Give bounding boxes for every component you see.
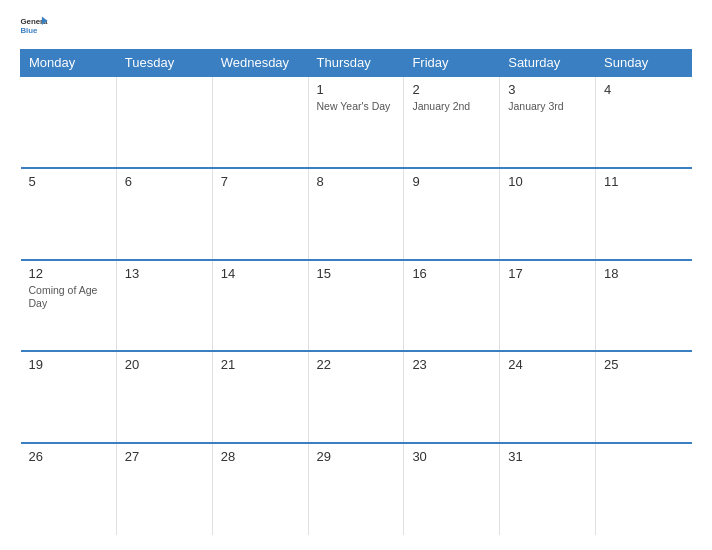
day-number: 22 (317, 357, 396, 372)
day-number: 3 (508, 82, 587, 97)
calendar-cell (212, 76, 308, 168)
day-number: 11 (604, 174, 683, 189)
calendar-cell: 12Coming of Age Day (21, 260, 117, 352)
calendar-cell: 20 (116, 351, 212, 443)
calendar-cell: 1New Year's Day (308, 76, 404, 168)
calendar-week-row: 567891011 (21, 168, 692, 260)
weekday-header: Tuesday (116, 50, 212, 77)
day-number: 12 (29, 266, 108, 281)
day-number: 16 (412, 266, 491, 281)
calendar-cell (21, 76, 117, 168)
weekday-header: Monday (21, 50, 117, 77)
day-number: 7 (221, 174, 300, 189)
calendar-cell: 29 (308, 443, 404, 535)
day-number: 20 (125, 357, 204, 372)
day-number: 8 (317, 174, 396, 189)
calendar-cell: 21 (212, 351, 308, 443)
day-number: 5 (29, 174, 108, 189)
calendar-cell: 5 (21, 168, 117, 260)
calendar-cell: 25 (596, 351, 692, 443)
calendar-cell: 8 (308, 168, 404, 260)
calendar-week-row: 262728293031 (21, 443, 692, 535)
calendar-cell: 11 (596, 168, 692, 260)
calendar-cell: 4 (596, 76, 692, 168)
day-number: 13 (125, 266, 204, 281)
calendar-cell: 27 (116, 443, 212, 535)
weekday-header: Saturday (500, 50, 596, 77)
calendar-cell: 18 (596, 260, 692, 352)
svg-text:Blue: Blue (20, 26, 38, 35)
calendar-cell: 9 (404, 168, 500, 260)
holiday-name: January 2nd (412, 100, 491, 114)
calendar-cell: 31 (500, 443, 596, 535)
calendar-cell: 13 (116, 260, 212, 352)
logo-text: General Blue (20, 15, 48, 39)
calendar-cell: 17 (500, 260, 596, 352)
calendar-cell: 3January 3rd (500, 76, 596, 168)
calendar-cell: 19 (21, 351, 117, 443)
calendar-cell: 6 (116, 168, 212, 260)
holiday-name: January 3rd (508, 100, 587, 114)
calendar-cell: 28 (212, 443, 308, 535)
calendar-cell (116, 76, 212, 168)
weekday-header: Friday (404, 50, 500, 77)
calendar-cell: 30 (404, 443, 500, 535)
calendar-week-row: 19202122232425 (21, 351, 692, 443)
day-number: 9 (412, 174, 491, 189)
day-number: 28 (221, 449, 300, 464)
calendar-page: General Blue MondayTuesdayWednesdayThurs… (0, 0, 712, 550)
day-number: 14 (221, 266, 300, 281)
day-number: 31 (508, 449, 587, 464)
day-number: 2 (412, 82, 491, 97)
calendar-cell: 23 (404, 351, 500, 443)
calendar-cell: 24 (500, 351, 596, 443)
calendar-table: MondayTuesdayWednesdayThursdayFridaySatu… (20, 49, 692, 535)
holiday-name: New Year's Day (317, 100, 396, 114)
calendar-body: 1New Year's Day2January 2nd3January 3rd4… (21, 76, 692, 535)
calendar-cell: 15 (308, 260, 404, 352)
calendar-cell: 2January 2nd (404, 76, 500, 168)
calendar-week-row: 1New Year's Day2January 2nd3January 3rd4 (21, 76, 692, 168)
day-number: 30 (412, 449, 491, 464)
holiday-name: Coming of Age Day (29, 284, 108, 311)
day-number: 27 (125, 449, 204, 464)
day-number: 23 (412, 357, 491, 372)
day-number: 26 (29, 449, 108, 464)
day-number: 19 (29, 357, 108, 372)
day-number: 10 (508, 174, 587, 189)
calendar-header: General Blue (20, 15, 692, 39)
day-number: 18 (604, 266, 683, 281)
day-number: 6 (125, 174, 204, 189)
logo: General Blue (20, 15, 48, 39)
day-number: 1 (317, 82, 396, 97)
weekday-header: Thursday (308, 50, 404, 77)
day-number: 25 (604, 357, 683, 372)
weekday-header: Sunday (596, 50, 692, 77)
calendar-header-row: MondayTuesdayWednesdayThursdayFridaySatu… (21, 50, 692, 77)
day-number: 4 (604, 82, 683, 97)
day-number: 24 (508, 357, 587, 372)
calendar-cell (596, 443, 692, 535)
day-number: 29 (317, 449, 396, 464)
calendar-cell: 22 (308, 351, 404, 443)
day-number: 21 (221, 357, 300, 372)
calendar-cell: 14 (212, 260, 308, 352)
day-number: 15 (317, 266, 396, 281)
calendar-cell: 10 (500, 168, 596, 260)
calendar-cell: 26 (21, 443, 117, 535)
day-number: 17 (508, 266, 587, 281)
calendar-cell: 7 (212, 168, 308, 260)
calendar-week-row: 12Coming of Age Day131415161718 (21, 260, 692, 352)
weekday-header: Wednesday (212, 50, 308, 77)
calendar-cell: 16 (404, 260, 500, 352)
